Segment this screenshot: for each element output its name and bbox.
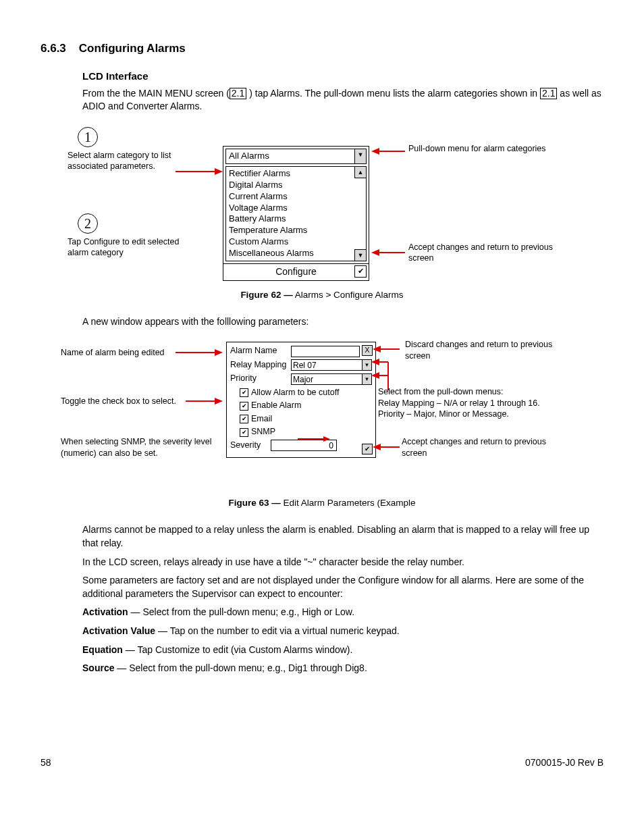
fig62-caption-text: Alarms > Configure Alarms [293, 290, 404, 300]
alarm-name-field[interactable] [291, 346, 360, 357]
svg-marker-6 [371, 249, 379, 256]
para2: In the LCD screen, relays already in use… [82, 556, 603, 569]
callout-snmp: When selecting SNMP, the severity level … [61, 436, 216, 459]
svg-marker-19 [371, 372, 379, 379]
section-number: 6.6.3 [41, 42, 66, 55]
list-item[interactable]: Voltage Alarms [229, 203, 354, 214]
list-item[interactable]: Miscellaneous Alarms [229, 248, 354, 259]
severity-label: Severity [230, 440, 271, 452]
intro-a: From the the MAIN MENU screen ( [82, 88, 230, 99]
page-footer: 58 0700015-J0 Rev B [41, 756, 603, 770]
activation-t: — Select from the pull-down menu; e.g., … [128, 606, 354, 617]
relay-mapping-dropdown[interactable]: Rel 07 ▼ [291, 359, 372, 371]
activation-b: Activation [82, 606, 128, 617]
red-arrow-toggle [186, 397, 223, 405]
checkbox-icon[interactable]: ✔ [240, 415, 248, 423]
scroll-down-icon[interactable]: ▼ [354, 249, 366, 261]
pulldown-callout: Pull-down menu for alarm categories [408, 143, 577, 154]
callout-accept2: Accept changes and return to previous sc… [402, 436, 564, 459]
doc-id: 0700015-J0 Rev B [525, 756, 603, 770]
red-arrow-accept [371, 249, 405, 257]
list-item[interactable]: Temperature Alarms [229, 225, 354, 236]
para3: Some parameters are factory set and are … [82, 574, 603, 600]
src-b: Source [82, 662, 114, 673]
callout-alarm-name: Name of alarm being edited [61, 347, 182, 358]
list-item[interactable]: Digital Alarms [229, 180, 354, 191]
configure-button[interactable]: Configure ✔ [223, 263, 369, 280]
list-item[interactable]: Battery Alarms [229, 213, 354, 225]
fig62-caption-label: Figure 62 — [240, 290, 292, 300]
configure-label: Configure [275, 266, 317, 277]
checkbox-allow-cutoff[interactable]: ✔Allow Alarm to be cutoff [240, 387, 372, 399]
priority-label: Priority [230, 373, 291, 385]
svg-marker-16 [371, 359, 379, 365]
ref-link-2[interactable]: 2.1 [540, 88, 557, 99]
accept-callout: Accept changes and return to previous sc… [408, 242, 577, 264]
list-item[interactable]: Current Alarms [229, 191, 354, 203]
param-equation: Equation — Tap Customize to edit (via Cu… [82, 644, 603, 657]
checkbox-email[interactable]: ✔Email [240, 413, 372, 425]
list-item[interactable]: Rectifier Alarms [229, 168, 354, 180]
list-item[interactable]: Custom Alarms [229, 236, 354, 248]
callout-select: Select from the pull-down menus: Relay M… [378, 386, 567, 419]
fig63-caption-text: Edit Alarm Parameters (Example [281, 498, 416, 508]
alarm-edit-panel: X Alarm Name Relay Mapping Rel 07 ▼ Prio… [226, 342, 376, 458]
chk2-label: Enable Alarm [251, 400, 301, 410]
eq-t: — Tap Customize to edit (via Custom Alar… [123, 644, 353, 655]
para1: Alarms cannot be mapped to a relay unles… [82, 523, 603, 550]
chevron-down-icon[interactable]: ▼ [354, 149, 366, 163]
step-1-circle: 1 [78, 127, 98, 147]
fig63-caption-label: Figure 63 — [229, 498, 281, 508]
step-2-circle: 2 [78, 213, 98, 234]
checkbox-enable-alarm[interactable]: ✔Enable Alarm [240, 400, 372, 412]
actval-b: Activation Value [82, 625, 155, 636]
step-2-num: 2 [84, 214, 91, 233]
step-1-num: 1 [84, 128, 91, 147]
checkbox-icon[interactable]: ✔ [240, 428, 248, 437]
intro-b: ) tap Alarms. The pull-down menu lists t… [246, 88, 540, 99]
select-line-a: Select from the pull-down menus: [378, 386, 567, 397]
svg-marker-21 [373, 444, 381, 450]
select-line-b: Relay Mapping – N/A or relay 1 through 1… [378, 398, 567, 409]
checkbox-icon[interactable]: ✔ [240, 388, 248, 397]
ref-link-1[interactable]: 2.1 [230, 88, 246, 99]
src-t: — Select from the pull-down menu; e.g., … [114, 662, 367, 673]
checkbox-icon[interactable]: ✔ [240, 402, 248, 411]
callout-discard: Discard changes and return to previous s… [405, 339, 567, 361]
svg-marker-13 [323, 436, 330, 442]
chk1-label: Allow Alarm to be cutoff [251, 388, 339, 397]
svg-marker-1 [215, 168, 223, 175]
eq-b: Equation [82, 644, 123, 655]
param-activation: Activation — Select from the pull-down m… [82, 606, 603, 619]
scroll-up-icon[interactable]: ▲ [354, 167, 366, 178]
priority-dropdown[interactable]: Major ▼ [291, 373, 372, 385]
alarm-category-panel: All Alarms ▼ ▲ Rectifier Alarms Digital … [223, 146, 369, 281]
red-arrow-discard [373, 345, 400, 353]
figure-62-caption: Figure 62 — Alarms > Configure Alarms [41, 289, 603, 302]
svg-marker-14 [373, 346, 381, 353]
priority-value: Major [293, 375, 313, 384]
dropdown-selected: All Alarms [229, 151, 269, 161]
callout-toggle: Toggle the check box to select. [61, 396, 196, 407]
chevron-down-icon[interactable]: ▼ [362, 360, 371, 370]
param-activation-value: Activation Value — Tap on the number to … [82, 625, 603, 638]
red-arrow-pulldown [371, 147, 405, 155]
page-number: 58 [41, 756, 51, 770]
section-heading: 6.6.3 Configuring Alarms [41, 41, 603, 57]
figure-63-caption: Figure 63 — Edit Alarm Parameters (Examp… [41, 497, 603, 510]
svg-marker-4 [371, 148, 379, 155]
figure-62: 1 Select alarm category to list associat… [41, 127, 603, 269]
red-arrow-severity [298, 436, 330, 442]
accept-check-icon[interactable]: ✔ [362, 444, 373, 454]
red-arrow-step1 [176, 167, 223, 176]
relay-value: Rel 07 [293, 361, 317, 370]
alarm-category-list[interactable]: ▲ Rectifier Alarms Digital Alarms Curren… [225, 166, 367, 261]
select-line-c: Priority – Major, Minor or Message. [378, 409, 567, 419]
svg-marker-9 [215, 349, 223, 356]
alarm-category-dropdown[interactable]: All Alarms ▼ [225, 149, 367, 164]
accept-check-icon[interactable]: ✔ [354, 265, 367, 278]
chevron-down-icon[interactable]: ▼ [362, 374, 371, 384]
close-icon[interactable]: X [362, 345, 373, 356]
mid-paragraph: A new window appears with the folllowing… [82, 315, 603, 329]
chk4-label: SNMP [251, 427, 275, 436]
